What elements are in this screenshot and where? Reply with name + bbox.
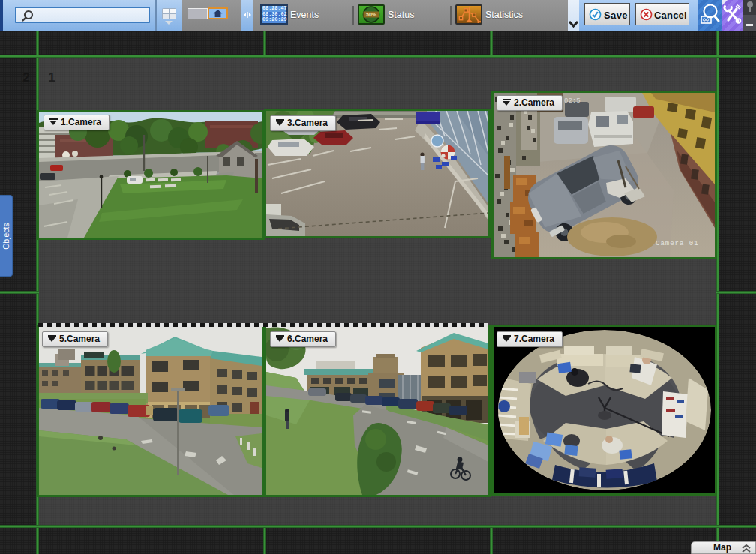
svg-text:50%: 50% <box>366 12 377 17</box>
svg-text:Camera 01: Camera 01 <box>656 240 699 247</box>
svg-text:02:5: 02:5 <box>564 97 580 105</box>
